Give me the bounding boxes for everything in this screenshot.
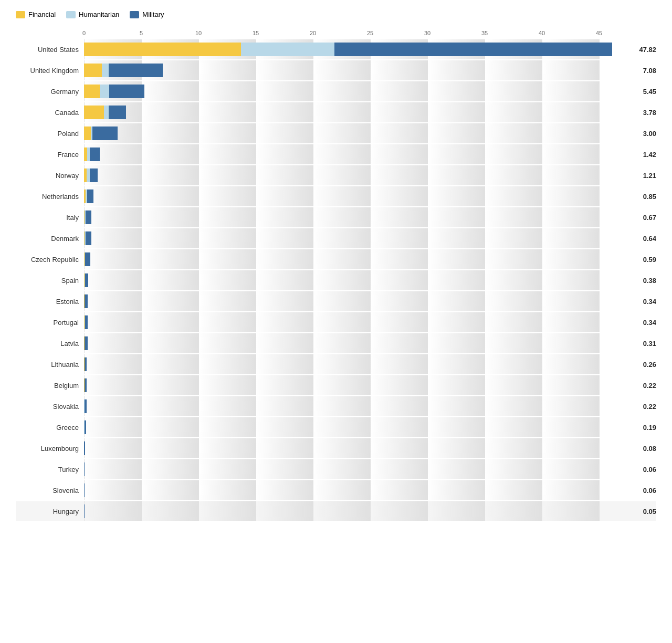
tick-15: 15 [253,30,259,36]
legend-label-military: Military [142,10,164,18]
chart-legend: FinancialHumanitarianMilitary [16,10,656,18]
bar-container-turkey: 0.06 [84,459,656,479]
bar-value-greece: 0.19 [643,424,656,431]
country-label-poland: Poland [16,130,84,138]
country-label-netherlands: Netherlands [16,193,84,201]
segment-military [85,294,88,308]
country-label-luxembourg: Luxembourg [16,445,84,452]
bar-row: Latvia0.31 [16,333,656,353]
bar-value-netherlands: 0.85 [643,193,656,201]
segment-military [86,210,91,224]
segment-military [109,85,145,98]
bar-segments [84,231,640,245]
bar-row: United States47.82 [16,39,656,59]
bar-value-poland: 3.00 [643,130,656,138]
bar-segments [84,399,640,413]
bar-value-united-states: 47.82 [639,46,656,54]
bar-container-norway: 1.21 [84,165,656,185]
bar-row: Netherlands0.85 [16,186,656,206]
segment-humanitarian [87,168,90,182]
bar-segments [84,336,640,350]
bar-segments [84,43,636,56]
country-label-spain: Spain [16,277,84,284]
segment-military [92,127,118,140]
tick-35: 35 [481,30,488,36]
bar-row: Slovakia0.22 [16,396,656,416]
bar-row: Italy0.67 [16,207,656,227]
legend-swatch-military [130,11,139,18]
bar-row: United Kingdom7.08 [16,60,656,80]
tick-40: 40 [539,30,545,36]
country-label-hungary: Hungary [16,508,84,515]
segment-military [85,399,87,413]
bar-container-italy: 0.67 [84,207,656,227]
bar-container-hungary: 0.05 [84,501,656,521]
country-label-greece: Greece [16,424,84,431]
bar-row: France1.42 [16,144,656,164]
country-label-czech-republic: Czech Republic [16,256,84,263]
bar-container-united-states: 47.82 [84,39,656,59]
segment-military [84,483,85,497]
bar-row: Poland3.00 [16,123,656,143]
country-label-denmark: Denmark [16,235,84,243]
bar-segments [84,504,640,518]
bar-row: Germany5.45 [16,81,656,101]
tick-5: 5 [140,30,143,36]
country-label-lithuania: Lithuania [16,361,84,368]
segment-military [109,106,126,119]
bar-row: Portugal0.34 [16,312,656,332]
bar-container-netherlands: 0.85 [84,186,656,206]
segment-humanitarian [102,64,109,77]
country-label-latvia: Latvia [16,340,84,347]
legend-item-financial: Financial [16,10,56,18]
chart-area: 051015202530354045 United States47.82Uni… [16,26,656,522]
segment-military [85,336,87,350]
bar-segments [84,168,640,182]
bar-segments [84,294,640,308]
bar-segments [84,210,640,224]
bar-value-denmark: 0.64 [643,235,656,243]
segment-financial [84,43,241,56]
tick-20: 20 [310,30,316,36]
axis-row: 051015202530354045 [16,26,656,36]
bar-value-luxembourg: 0.08 [643,445,656,452]
bar-segments [84,106,640,119]
bar-row: Denmark0.64 [16,228,656,248]
segment-military [84,462,85,476]
segment-humanitarian [100,85,109,98]
bar-container-slovakia: 0.22 [84,396,656,416]
bar-container-germany: 5.45 [84,81,656,101]
legend-swatch-humanitarian [66,11,76,18]
segment-humanitarian [104,106,108,119]
bar-segments [84,378,640,392]
country-label-united-kingdom: United Kingdom [16,67,84,75]
bar-value-canada: 3.78 [643,109,656,117]
bar-container-france: 1.42 [84,144,656,164]
tick-25: 25 [367,30,373,36]
bar-row: Spain0.38 [16,270,656,290]
bar-segments [84,147,640,161]
legend-item-military: Military [130,10,164,18]
segment-financial [84,64,102,77]
bar-row: Norway1.21 [16,165,656,185]
bar-container-united-kingdom: 7.08 [84,60,656,80]
country-label-italy: Italy [16,214,84,222]
segment-military [84,441,85,455]
tick-10: 10 [195,30,202,36]
bar-value-hungary: 0.05 [643,508,656,515]
axis-ticks: 051015202530354045 [84,26,656,36]
segment-military [85,252,90,266]
bar-container-canada: 3.78 [84,102,656,122]
bar-container-lithuania: 0.26 [84,354,656,374]
bar-row: Greece0.19 [16,417,656,437]
segment-financial [84,127,91,140]
bar-value-belgium: 0.22 [643,382,656,389]
bar-segments [84,462,640,476]
bar-row: Belgium0.22 [16,375,656,395]
tick-0: 0 [82,30,86,36]
bar-value-lithuania: 0.26 [643,361,656,368]
bar-container-portugal: 0.34 [84,312,656,332]
country-label-united-states: United States [16,46,84,54]
bar-value-czech-republic: 0.59 [643,256,656,263]
legend-swatch-financial [16,11,25,18]
